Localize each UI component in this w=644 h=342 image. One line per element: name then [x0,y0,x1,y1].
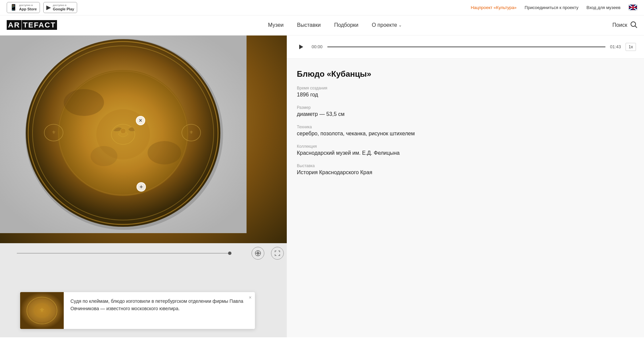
collection-row: Коллекция Краснодарский музей им. Е.Д. Ф… [297,144,634,156]
exhibition-value: История Краснодарского Края [297,169,634,176]
nav-exhibitions[interactable]: Выставки [297,22,321,28]
nav-about[interactable]: О проекте ⌄ [372,22,401,28]
svg-marker-27 [299,45,303,49]
svg-text:⚜: ⚜ [52,130,56,135]
flag-cross [629,7,637,8]
size-label: Размер [297,105,634,110]
appstore-badge[interactable]: 📱 доступно в App Store [7,2,40,13]
main-nav: ARTEFACT Музеи Выставки Подборки О проек… [0,15,644,36]
exhibition-label: Выставка [297,163,634,168]
googleplay-icon: ▶ [46,4,51,11]
plus-icon: + [140,184,143,190]
logo[interactable]: ARTEFACT [7,21,57,29]
svg-point-18 [91,146,117,166]
image-area: ⚜ ⚜ × + [0,36,287,337]
creation-date-value: 1896 год [297,92,634,98]
culture-project-link[interactable]: Нацпроект «Культура» [471,5,517,10]
fullscreen-button[interactable] [271,247,284,260]
info-panel: 00:00 01:43 1х Блюдо «Кубанцы» Время соз… [287,36,644,337]
googleplay-text: доступно в Google Play [53,4,74,11]
appstore-text: доступно в App Store [19,4,37,11]
svg-text:⚜: ⚜ [39,307,45,314]
progress-track [17,253,231,254]
svg-point-16 [64,89,104,116]
size-value: диаметр — 53,5 см [297,111,634,117]
nav-collections[interactable]: Подборки [334,22,358,28]
play-button[interactable] [295,41,307,53]
audio-progress-bar[interactable] [327,47,605,47]
tooltip-thumbnail: ⚜ [20,292,64,329]
technique-value: серебро, позолота, чеканка, рисунок штих… [297,131,634,137]
svg-point-17 [148,141,181,164]
tooltip-popup: ⚜ Судя по клеймам, блюдо изготовили в пе… [20,292,255,329]
search-area[interactable]: Поиск [612,21,637,29]
audio-total-time: 01:43 [610,44,621,49]
hotspot-plus[interactable]: + [137,182,146,192]
top-nav-links: Нацпроект «Культура» Присоединиться к пр… [471,4,637,10]
hotspot-close[interactable]: × [136,116,145,125]
size-row: Размер диаметр — 53,5 см [297,105,634,117]
artwork-details: Блюдо «Кубанцы» Время создания 1896 год … [287,59,644,337]
apple-icon: 📱 [10,4,17,11]
nav-links: Музеи Выставки Подборки О проекте ⌄ [268,22,402,28]
tooltip-description: Судя по клеймам, блюдо изготовили в пете… [64,292,255,329]
svg-point-0 [631,22,636,26]
logo-rest: TEFACT [22,20,57,30]
app-badges: 📱 доступно в App Store ▶ доступно в Goog… [7,2,77,13]
logo-ar: AR [7,20,21,30]
svg-text:⚜: ⚜ [189,130,194,135]
chevron-down-icon: ⌄ [398,23,402,27]
search-icon [630,21,637,29]
image-bottom-bar [0,243,287,263]
svg-line-1 [635,26,637,28]
language-flag-uk[interactable] [629,4,637,10]
top-bar: 📱 доступно в App Store ▶ доступно в Goog… [0,0,644,15]
content-wrapper: ⚜ ⚜ × + [0,36,644,337]
image-progress-bar[interactable] [17,253,231,254]
close-icon: × [139,118,142,124]
technique-label: Техника [297,125,634,129]
progress-thumb [228,252,231,255]
playback-speed-button[interactable]: 1х [626,43,636,51]
reset-view-button[interactable] [252,247,264,260]
creation-date-label: Время создания [297,86,634,90]
audio-player: 00:00 01:43 1х [287,36,644,59]
search-label: Поиск [612,22,627,28]
artwork-image: ⚜ ⚜ × + [0,36,287,243]
creation-date-row: Время создания 1896 год [297,86,634,98]
museums-login-link[interactable]: Вход для музеев [586,5,621,10]
technique-row: Техника серебро, позолота, чеканка, рису… [297,125,634,137]
svg-point-11 [120,128,126,134]
audio-current-time: 00:00 [312,44,323,49]
exhibition-row: Выставка История Краснодарского Края [297,163,634,176]
artwork-title: Блюдо «Кубанцы» [297,69,634,79]
tooltip-close-button[interactable]: × [249,295,252,300]
nav-museums[interactable]: Музеи [268,22,284,28]
tooltip-thumb-image: ⚜ [20,292,64,329]
plate-svg: ⚜ ⚜ [0,36,247,233]
collection-value: Краснодарский музей им. Е.Д. Фелицына [297,150,634,156]
audio-progress-track [327,47,605,47]
googleplay-badge[interactable]: ▶ доступно в Google Play [43,2,77,13]
collection-label: Коллекция [297,144,634,149]
join-project-link[interactable]: Присоединиться к проекту [525,5,578,10]
